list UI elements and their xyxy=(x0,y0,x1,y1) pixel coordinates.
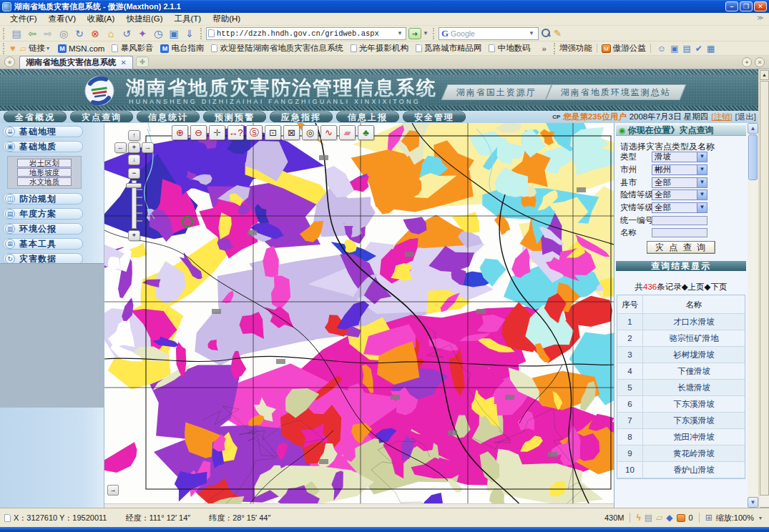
disaster-name[interactable]: 骆宗恒矿滑地 xyxy=(643,330,745,346)
wand-button[interactable]: ✦ xyxy=(134,26,150,40)
toolbar-grip[interactable] xyxy=(3,28,6,39)
sidebar-submenu-item[interactable]: 水文地质 xyxy=(17,177,72,186)
pan-up-button[interactable]: ↑ xyxy=(128,130,140,141)
sidebar-button[interactable]: ▥ 环境公报 xyxy=(3,223,83,235)
sidebar-button[interactable]: ◫ 防治规划 xyxy=(3,193,83,205)
links-folder[interactable]: ▱ 链接▾ xyxy=(20,43,51,54)
favorites-heart-icon[interactable]: ♥ xyxy=(10,43,16,54)
path-measure-tool[interactable]: ∿ xyxy=(320,125,337,140)
disaster-name[interactable]: 长塘滑坡 xyxy=(643,380,745,395)
toolbar-grip[interactable] xyxy=(433,28,436,39)
chevron-down-icon[interactable]: ▼ xyxy=(697,178,707,187)
chevron-down-icon[interactable]: ▼ xyxy=(697,165,707,174)
stop-button[interactable]: ⊗ xyxy=(87,26,103,40)
filter-icon[interactable]: ◆ xyxy=(666,513,672,523)
pan-down-button[interactable]: ↓ xyxy=(128,154,140,165)
disaster-name[interactable]: 下僮滑坡 xyxy=(643,363,745,379)
dropdown-button[interactable]: ◎ xyxy=(56,26,72,40)
folder-icon[interactable]: ▱ xyxy=(656,513,662,523)
history-button[interactable]: ◷ xyxy=(150,26,166,40)
highlight-pen-icon[interactable]: ✎ xyxy=(554,28,562,39)
select-dropdown[interactable]: 滑坡 ▼ xyxy=(652,152,707,162)
enhance-menu[interactable]: 增强功能 xyxy=(559,43,592,54)
boost-icon[interactable]: ϟ xyxy=(636,513,640,523)
gov-link-land-resources[interactable]: 湖南省国土资源厅 xyxy=(442,85,551,99)
table-row[interactable]: 4 下僮滑坡 xyxy=(617,363,745,380)
select-dropdown[interactable]: 全部 ▼ xyxy=(652,189,707,200)
eraser-tool[interactable]: ▰ xyxy=(339,125,356,140)
restore-button[interactable]: ❐ xyxy=(740,1,753,11)
home-button[interactable]: ⌂ xyxy=(103,26,119,40)
search-dropdown-icon[interactable]: ▼ xyxy=(527,30,536,36)
text-field[interactable] xyxy=(652,228,707,237)
menu-item[interactable]: 帮助(H) xyxy=(207,13,246,25)
new-tab-button[interactable]: ✚ xyxy=(136,56,149,67)
zoom-in-tool[interactable]: ⊕ xyxy=(172,125,188,140)
undo-button[interactable]: ↺ xyxy=(119,26,134,40)
exit-link[interactable]: [退出] xyxy=(735,112,756,122)
printer-icon[interactable]: ▤ xyxy=(645,513,652,523)
next-page-link[interactable]: ◆下页 xyxy=(705,282,728,291)
toolbar-mini-icon[interactable]: ✔ xyxy=(695,44,702,54)
sidebar-button[interactable]: ⊞ 基本工具 xyxy=(3,238,83,250)
select-dropdown[interactable]: 郴州 ▼ xyxy=(652,164,707,175)
close-round-button[interactable]: ✕ xyxy=(755,57,765,67)
resize-icon[interactable]: ⊞ xyxy=(705,513,712,523)
select-dropdown[interactable]: 全部 ▼ xyxy=(652,202,707,213)
menu-item[interactable]: 工具(T) xyxy=(168,13,207,25)
select-box-tool[interactable]: ⊠ xyxy=(283,125,300,140)
toolbar-grip[interactable] xyxy=(3,43,6,54)
nav-tab[interactable]: 信息上报 xyxy=(336,112,399,122)
query-button[interactable]: 灾 点 查 询 xyxy=(647,241,715,254)
select-dropdown[interactable]: 全部 ▼ xyxy=(652,177,707,188)
zoom-out-tool[interactable]: ⊖ xyxy=(190,125,207,140)
disaster-name[interactable]: 香炉山滑坡 xyxy=(643,462,745,478)
text-field[interactable] xyxy=(652,216,707,225)
sidebar-button[interactable]: ▣ 基础地质 xyxy=(3,141,83,152)
disaster-name[interactable]: 才口水滑坡 xyxy=(643,314,745,330)
menu-item[interactable]: 收藏(A) xyxy=(82,13,120,25)
pan-center-button[interactable]: + xyxy=(128,142,140,153)
links-overflow-icon[interactable]: » xyxy=(542,44,546,53)
back-button[interactable]: ⇦ xyxy=(24,26,40,40)
geological-map[interactable] xyxy=(104,123,614,508)
table-row[interactable]: 1 才口水滑坡 xyxy=(617,314,745,330)
panel-scrollbar-thumb[interactable] xyxy=(748,134,758,180)
download-button[interactable]: ⇓ xyxy=(182,26,197,40)
menu-item[interactable]: 快捷组(G) xyxy=(120,13,168,25)
address-bar[interactable]: http://dzzh.hndh.gov.cn/gridweb.aspx ▼ xyxy=(206,27,406,40)
go-button[interactable]: ➜ xyxy=(408,28,421,39)
zoom-dropdown-icon[interactable]: ▾ xyxy=(758,515,763,521)
disaster-name[interactable]: 荒田冲滑坡 xyxy=(643,429,745,445)
pan-right-button[interactable]: → xyxy=(142,142,154,153)
page-scrollbar[interactable]: ▲ ▼ xyxy=(758,69,769,518)
zoom-slider-handle[interactable] xyxy=(126,183,142,188)
link-item[interactable]: M 电台指南 xyxy=(160,43,204,54)
window-button[interactable]: ▣ xyxy=(166,26,182,40)
close-button[interactable]: ✕ xyxy=(754,1,767,11)
minimize-button[interactable]: – xyxy=(725,1,738,11)
map-corner-arrow-button[interactable]: → xyxy=(107,485,119,496)
nav-tab[interactable]: 灾点查询 xyxy=(70,112,133,122)
link-item[interactable]: 中地数码 xyxy=(489,43,530,54)
pan-tool[interactable]: ✛ xyxy=(209,125,225,140)
table-row[interactable]: 3 衫树垅滑坡 xyxy=(617,347,745,363)
search-icon[interactable] xyxy=(541,28,552,39)
map-area[interactable]: ⊕⊖✛↔?Ⓢ⊡⊠◎∿▰♣ ↑ ← + → ↓ − + → xyxy=(104,123,614,508)
tools-round-button[interactable]: ✦ xyxy=(742,57,752,67)
chevron-down-icon[interactable]: ▼ xyxy=(697,152,707,162)
toolbar-mini-icon[interactable]: ▦ xyxy=(707,44,715,54)
new-page-button[interactable]: ▤ xyxy=(9,26,24,40)
tab-close-icon[interactable]: ✕ xyxy=(121,59,127,66)
menu-item[interactable]: 文件(F) xyxy=(4,13,43,25)
table-row[interactable]: 5 长塘滑坡 xyxy=(617,380,745,396)
logout-link[interactable]: [注销] xyxy=(711,112,732,122)
search-box[interactable]: G Google ▼ xyxy=(439,27,539,40)
link-item[interactable]: 觅路城市精品网 xyxy=(416,43,482,54)
search-engine-label[interactable]: Google xyxy=(451,29,527,38)
address-dropdown-icon[interactable]: ▼ xyxy=(396,30,404,36)
disaster-name[interactable]: 下东溪滑坡 xyxy=(643,413,745,428)
toolbar-collapse-icon[interactable]: ≫ xyxy=(757,14,763,21)
table-row[interactable]: 8 荒田冲滑坡 xyxy=(617,429,745,445)
charity-link[interactable]: 傲游公益 xyxy=(613,43,646,54)
